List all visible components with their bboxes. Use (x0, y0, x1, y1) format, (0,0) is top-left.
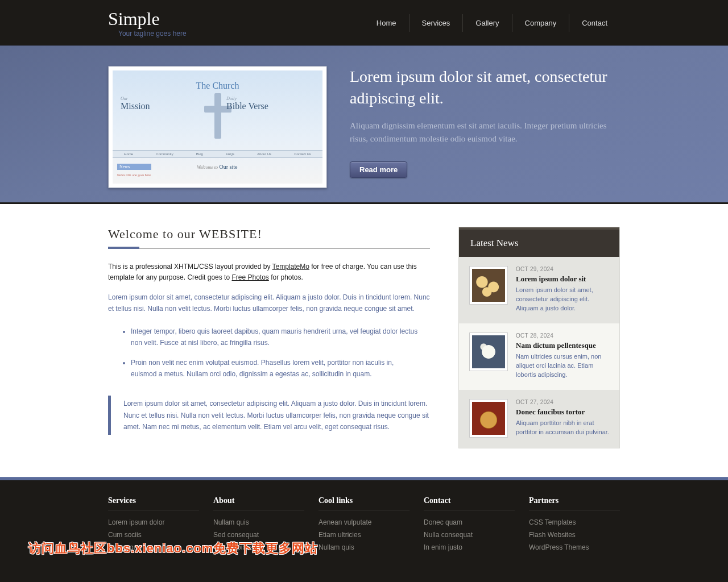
hero-image-frame: The Church Our Mission Daily Bible Verse… (108, 66, 327, 188)
page-title: Welcome to our WEBSITE! (108, 227, 430, 249)
news-date: OCT 27, 2024 (516, 399, 609, 405)
footer-heading: Cool links (318, 496, 410, 510)
news-title: Donec faucibus tortor (516, 408, 609, 417)
footer-link[interactable]: Etiam ultricies (318, 531, 361, 539)
nav-gallery[interactable]: Gallery (462, 14, 511, 32)
footer-link[interactable]: In enim justo (424, 543, 462, 551)
footer-link[interactable]: WordPress Themes (529, 543, 589, 551)
footer-col-about: About Nullam quis Sed consequat Cras dap… (213, 496, 304, 554)
intro-paragraph: This is a professional XHTML/CSS layout … (108, 261, 430, 283)
list-item: Integer tempor, libero quis laoreet dapi… (131, 326, 430, 349)
blockquote: Lorem ipsum dolor sit amet, consectetur … (108, 396, 430, 435)
main-nav: Home Services Gallery Company Contact (364, 14, 620, 32)
footer-link[interactable]: Nullam quis (213, 518, 249, 526)
content-area: Welcome to our WEBSITE! This is a profes… (108, 227, 430, 448)
preview-news: News News title one goes here (113, 160, 192, 180)
logo[interactable]: Simple Your tagline goes here (108, 9, 187, 38)
preview-title: The Church (196, 81, 239, 91)
preview-menu: HomeCommunityBlogFAQsAbout UsContact Us (113, 150, 322, 158)
footer-link[interactable]: Cras dapibus (213, 543, 254, 551)
preview-left-col: Our Mission (121, 96, 209, 111)
footer-link[interactable]: Nullam quis (318, 543, 354, 551)
preview-right-col: Daily Bible Verse (226, 96, 315, 111)
news-thumbnail (469, 399, 508, 438)
footer-link[interactable]: Sed consequat (213, 531, 259, 539)
sidebar-heading: Latest News (459, 227, 619, 257)
read-more-button[interactable]: Read more (350, 161, 407, 178)
nav-company[interactable]: Company (512, 14, 569, 32)
footer-link[interactable]: Nulla consequat (424, 531, 473, 539)
footer-col-contact: Contact Donec quam Nulla consequat In en… (424, 496, 515, 554)
bullet-list: Integer tempor, libero quis laoreet dapi… (131, 326, 430, 380)
footer-link[interactable]: Flash Websites (529, 531, 576, 539)
paragraph-1: Lorem ipsum dolor sit amet, consectetur … (108, 292, 430, 314)
news-thumbnail (469, 266, 508, 305)
news-thumbnail (469, 332, 508, 371)
news-title: Lorem ipsum dolor sit (516, 275, 609, 284)
footer-link[interactable]: CSS Templates (529, 518, 576, 526)
preview-welcome: Welcome to Our site (192, 160, 322, 180)
footer-link[interactable]: Lorem ipsum dolor (108, 518, 164, 526)
news-title: Nam dictum pellentesque (516, 341, 609, 350)
footer-col-cool-links: Cool links Aenean vulputate Etiam ultric… (318, 496, 410, 554)
sidebar: Latest News OCT 29, 2024 Lorem ipsum dol… (458, 227, 620, 448)
footer-link[interactable]: Cum sociis (108, 531, 142, 539)
hero-image: The Church Our Mission Daily Bible Verse… (113, 70, 322, 184)
footer-link[interactable]: Aenean vulputate (318, 518, 371, 526)
list-item: Proin non velit nec enim volutpat euismo… (131, 357, 430, 380)
footer-heading: Services (108, 496, 199, 510)
footer-col-partners: Partners CSS Templates Flash Websites Wo… (529, 496, 620, 554)
templatemo-link[interactable]: TemplateMo (272, 263, 309, 271)
logo-tagline: Your tagline goes here (118, 30, 187, 38)
nav-contact[interactable]: Contact (569, 14, 620, 32)
nav-services[interactable]: Services (409, 14, 463, 32)
news-item[interactable]: OCT 29, 2024 Lorem ipsum dolor sit Lorem… (459, 257, 619, 323)
footer: Services Lorem ipsum dolor Cum sociis Do… (0, 480, 728, 582)
footer-heading: About (213, 496, 304, 510)
hero-heading: Lorem ipsum dolor sit amet, consectetur … (350, 66, 620, 109)
news-excerpt: Lorem ipsum dolor sit amet, consectetur … (516, 286, 609, 313)
footer-link[interactable]: Donec quam (424, 518, 462, 526)
footer-heading: Contact (424, 496, 515, 510)
footer-col-services: Services Lorem ipsum dolor Cum sociis Do… (108, 496, 199, 554)
main: Welcome to our WEBSITE! This is a profes… (108, 227, 620, 448)
logo-title: Simple (108, 9, 187, 30)
news-date: OCT 29, 2024 (516, 266, 609, 272)
header: Simple Your tagline goes here Home Servi… (0, 0, 728, 45)
news-excerpt: Aliquam porttitor nibh in erat porttitor… (516, 419, 609, 437)
nav-home[interactable]: Home (364, 14, 409, 32)
hero: The Church Our Mission Daily Bible Verse… (0, 45, 728, 204)
footer-link[interactable]: Donec quam (108, 543, 147, 551)
news-date: OCT 28, 2024 (516, 332, 609, 339)
footer-heading: Partners (529, 496, 620, 510)
news-excerpt: Nam ultricies cursus enim, non aliquet o… (516, 352, 609, 380)
free-photos-link[interactable]: Free Photos (231, 273, 268, 281)
news-item[interactable]: OCT 27, 2024 Donec faucibus tortor Aliqu… (459, 390, 619, 448)
hero-subheading: Aliquam dignissim elementum est sit amet… (350, 119, 620, 146)
news-item[interactable]: OCT 28, 2024 Nam dictum pellentesque Nam… (459, 323, 619, 390)
